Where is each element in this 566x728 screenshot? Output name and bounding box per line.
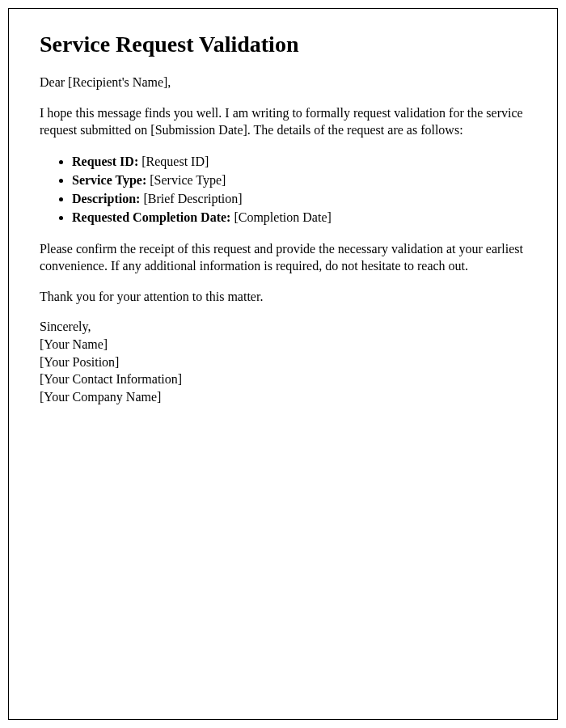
detail-label: Requested Completion Date: — [72, 210, 230, 224]
details-list: Request ID: [Request ID] Service Type: [… — [72, 152, 526, 227]
thanks-paragraph: Thank you for your attention to this mat… — [40, 288, 526, 306]
detail-value: [Service Type] — [146, 173, 226, 187]
signature-company: [Your Company Name] — [40, 388, 526, 406]
list-item: Description: [Brief Description] — [72, 189, 526, 208]
detail-value: [Request ID] — [138, 154, 209, 168]
detail-label: Description: — [72, 192, 140, 205]
list-item: Service Type: [Service Type] — [72, 171, 526, 189]
greeting: Dear [Recipient's Name], — [40, 74, 526, 91]
document-container: Service Request Validation Dear [Recipie… — [8, 8, 558, 720]
signature-block: Sincerely, [Your Name] [Your Position] [… — [40, 318, 526, 405]
signature-position: [Your Position] — [40, 353, 526, 371]
confirmation-paragraph: Please confirm the receipt of this reque… — [40, 240, 526, 275]
list-item: Requested Completion Date: [Completion D… — [72, 208, 526, 226]
list-item: Request ID: [Request ID] — [72, 152, 526, 171]
signature-contact: [Your Contact Information] — [40, 370, 526, 388]
signature-name: [Your Name] — [40, 336, 526, 353]
page-title: Service Request Validation — [40, 32, 526, 57]
detail-value: [Completion Date] — [230, 210, 331, 224]
detail-label: Request ID: — [72, 154, 138, 168]
detail-value: [Brief Description] — [140, 192, 242, 205]
detail-label: Service Type: — [72, 173, 146, 187]
intro-paragraph: I hope this message finds you well. I am… — [40, 104, 526, 139]
closing: Sincerely, — [40, 318, 526, 336]
